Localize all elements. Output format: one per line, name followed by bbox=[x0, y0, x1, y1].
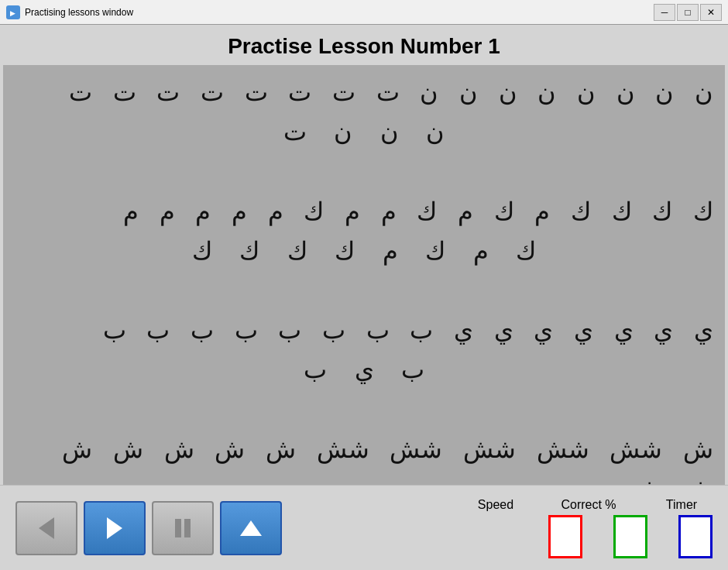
timer-label: Timer bbox=[651, 498, 713, 512]
up-button[interactable] bbox=[220, 501, 282, 555]
arabic-line-6: ب ي ب bbox=[15, 350, 713, 390]
stats-displays bbox=[548, 515, 713, 558]
arabic-line-3: ك ك ك ك م ك م ك م م ك م م م م م bbox=[15, 192, 713, 232]
app-icon: ▶ bbox=[6, 5, 20, 19]
svg-marker-2 bbox=[39, 517, 54, 539]
correct-label: Correct % bbox=[558, 498, 620, 512]
close-button[interactable]: ✕ bbox=[700, 4, 722, 21]
svg-marker-6 bbox=[240, 520, 262, 536]
window-title: Practising lessons window bbox=[25, 7, 133, 18]
arabic-content: ن ن ن ن ن ن ن ن ت ت ت ت ت ت ت ت ن ن ن ت … bbox=[15, 73, 713, 485]
svg-text:▶: ▶ bbox=[10, 9, 15, 17]
bottom-bar: Speed Correct % Timer bbox=[0, 485, 728, 570]
title-bar: ▶ Practising lessons window ─ □ ✕ bbox=[0, 0, 728, 25]
arabic-line-7: ش شش شش شش شش شش ش ش ش ش ش ش ش bbox=[15, 430, 713, 485]
svg-marker-3 bbox=[107, 517, 122, 539]
svg-rect-5 bbox=[184, 519, 191, 537]
minimize-button[interactable]: ─ bbox=[654, 4, 675, 21]
content-area[interactable]: ن ن ن ن ن ن ن ن ت ت ت ت ت ت ت ت ن ن ن ت … bbox=[3, 65, 725, 485]
svg-rect-4 bbox=[175, 519, 181, 537]
arabic-line-1: ن ن ن ن ن ن ن ن ت ت ت ت ت ت ت ت bbox=[15, 73, 713, 112]
speed-display bbox=[548, 515, 582, 558]
timer-display bbox=[678, 515, 713, 558]
pause-button[interactable] bbox=[152, 501, 214, 555]
next-button[interactable] bbox=[84, 501, 146, 555]
prev-button[interactable] bbox=[15, 501, 77, 555]
nav-buttons bbox=[15, 501, 282, 555]
stats-section: Speed Correct % Timer bbox=[290, 498, 713, 558]
arabic-line-4: ك م ك م ك ك ك ك bbox=[15, 232, 713, 271]
stats-labels: Speed Correct % Timer bbox=[465, 498, 713, 512]
maximize-button[interactable]: □ bbox=[677, 4, 699, 21]
window-controls: ─ □ ✕ bbox=[654, 4, 722, 21]
main-window: Practise Lesson Number 1 ن ن ن ن ن ن ن ن… bbox=[0, 25, 728, 570]
page-title: Practise Lesson Number 1 bbox=[0, 25, 728, 65]
speed-label: Speed bbox=[465, 498, 527, 512]
correct-display bbox=[613, 515, 647, 558]
arabic-line-2: ن ن ن ت bbox=[15, 112, 713, 152]
title-bar-left: ▶ Practising lessons window bbox=[6, 5, 133, 19]
arabic-line-5: ي ي ي ي ي ي ي ب ب ب ب ب ب ب ب bbox=[15, 311, 713, 350]
